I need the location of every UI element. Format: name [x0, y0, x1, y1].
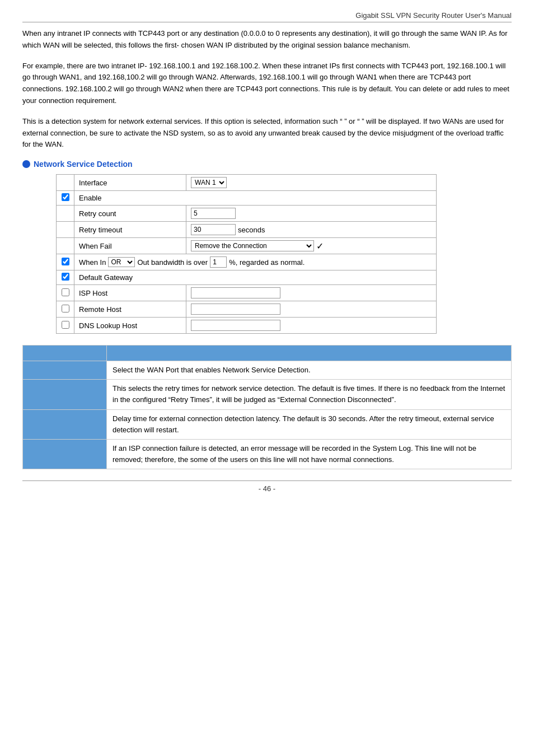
- value-retry-count: [186, 206, 437, 222]
- table-row: DNS Lookup Host: [57, 318, 437, 334]
- dns-lookup-input[interactable]: [191, 320, 280, 331]
- value-when-in: When In OR AND Out bandwidth is over %, …: [74, 254, 437, 270]
- label-interface: Interface: [74, 175, 186, 191]
- table-row: When In OR AND Out bandwidth is over %, …: [57, 254, 437, 270]
- footer-rule: [22, 480, 512, 481]
- when-in-text1: When In: [79, 258, 106, 267]
- table-row: Interface WAN 1 WAN 2: [57, 175, 437, 191]
- label-isp-host: ISP Host: [74, 285, 186, 301]
- value-when-fail: Remove the Connection Keep the Connectio…: [186, 238, 437, 254]
- label-retry-timeout: Retry timeout: [74, 222, 186, 238]
- remote-host-input[interactable]: [191, 304, 280, 315]
- desc-header-left: [23, 346, 107, 361]
- desc-label-2: [23, 380, 107, 409]
- table-row: Retry count: [57, 206, 437, 222]
- checkbox-cell-dns-lookup[interactable]: [57, 318, 74, 334]
- label-default-gateway: Default Gateway: [74, 270, 437, 285]
- paragraph-3: This is a detection system for network e…: [22, 116, 512, 151]
- desc-text-4: If an ISP connection failure is detected…: [107, 439, 512, 469]
- remote-host-checkbox[interactable]: [62, 305, 69, 312]
- paragraph-1: When any intranet IP connects with TCP44…: [22, 28, 512, 52]
- isp-host-input[interactable]: [191, 287, 280, 298]
- seconds-label: seconds: [238, 226, 265, 234]
- nsd-table: Interface WAN 1 WAN 2 Enable Retry count: [56, 174, 437, 334]
- isp-host-checkbox[interactable]: [62, 288, 69, 296]
- page: Gigabit SSL VPN Security Router User's M…: [0, 0, 534, 756]
- desc-row-4: If an ISP connection failure is detected…: [23, 439, 512, 469]
- desc-header-row: [23, 346, 512, 361]
- checkbox-cell-retry-timeout: [57, 222, 74, 238]
- default-gateway-checkbox[interactable]: [62, 273, 69, 281]
- value-interface: WAN 1 WAN 2: [186, 175, 437, 191]
- value-dns-lookup: [186, 318, 437, 334]
- desc-text-3: Delay time for external connection detec…: [107, 409, 512, 439]
- checkbox-cell-isp-host[interactable]: [57, 285, 74, 301]
- table-row: When Fail Remove the Connection Keep the…: [57, 238, 437, 254]
- desc-row-1: Select the WAN Port that enables Network…: [23, 361, 512, 380]
- section-heading: Network Service Detection: [22, 160, 512, 169]
- table-row: Remote Host: [57, 301, 437, 318]
- when-in-text2: Out bandwidth is over: [137, 258, 208, 267]
- table-row: ISP Host: [57, 285, 437, 301]
- table-row: Default Gateway: [57, 270, 437, 285]
- label-remote-host: Remote Host: [74, 301, 186, 318]
- checkbox-cell-retry-count: [57, 206, 74, 222]
- wan-select[interactable]: WAN 1 WAN 2: [191, 177, 227, 188]
- label-when-fail: When Fail: [74, 238, 186, 254]
- value-isp-host: [186, 285, 437, 301]
- when-in-suffix: %, regarded as normal.: [229, 258, 305, 267]
- value-remote-host: [186, 301, 437, 318]
- desc-label-1: [23, 361, 107, 380]
- desc-row-2: This selects the retry times for network…: [23, 380, 512, 409]
- label-dns-lookup: DNS Lookup Host: [74, 318, 186, 334]
- desc-label-3: [23, 409, 107, 439]
- label-retry-count: Retry count: [74, 206, 186, 222]
- when-fail-checkmark: ✓: [316, 241, 324, 251]
- retry-count-input[interactable]: [191, 208, 236, 219]
- table-row: Retry timeout seconds: [57, 222, 437, 238]
- desc-text-2: This selects the retry times for network…: [107, 380, 512, 409]
- retry-timeout-input[interactable]: [191, 224, 236, 235]
- checkbox-cell-when-fail: [57, 238, 74, 254]
- desc-label-4: [23, 439, 107, 469]
- enable-checkbox[interactable]: [62, 193, 69, 201]
- dns-lookup-checkbox[interactable]: [62, 321, 69, 329]
- value-retry-timeout: seconds: [186, 222, 437, 238]
- checkbox-cell-when-in[interactable]: [57, 254, 74, 270]
- desc-row-3: Delay time for external connection detec…: [23, 409, 512, 439]
- paragraph-2: For example, there are two intranet IP- …: [22, 60, 512, 107]
- when-in-checkbox[interactable]: [62, 258, 69, 265]
- checkbox-cell-remote-host[interactable]: [57, 301, 74, 318]
- checkbox-cell-enable[interactable]: [57, 191, 74, 206]
- when-in-logic-select[interactable]: OR AND: [108, 257, 135, 267]
- section-heading-text: Network Service Detection: [34, 160, 133, 169]
- bandwidth-input[interactable]: [210, 256, 227, 268]
- table-row: Enable: [57, 191, 437, 206]
- page-title: Gigabit SSL VPN Security Router User's M…: [22, 11, 512, 22]
- label-enable: Enable: [74, 191, 437, 206]
- desc-text-1: Select the WAN Port that enables Network…: [107, 361, 512, 380]
- footer-page-number: - 46 -: [22, 484, 512, 493]
- when-fail-select[interactable]: Remove the Connection Keep the Connectio…: [191, 240, 314, 251]
- section-icon: [22, 160, 30, 168]
- checkbox-cell-default-gw[interactable]: [57, 270, 74, 285]
- desc-header-right: [107, 346, 512, 361]
- checkbox-cell-interface: [57, 175, 74, 191]
- desc-table: Select the WAN Port that enables Network…: [22, 345, 512, 469]
